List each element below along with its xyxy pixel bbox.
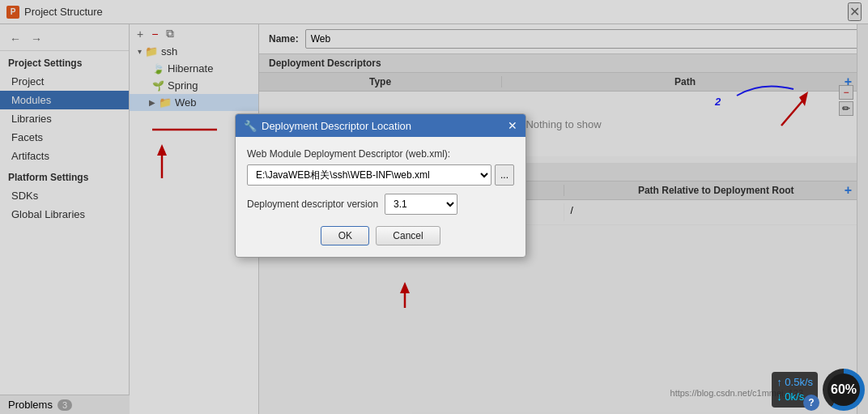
version-row: Deployment descriptor version 3.1 — [247, 194, 514, 215]
hud-cpu: 60% — [823, 369, 865, 411]
download-icon: ↓ — [777, 391, 782, 403]
modal-backdrop: 🔧 Deployment Descriptor Location ✕ Web M… — [0, 0, 868, 414]
deployment-descriptor-modal: 🔧 Deployment Descriptor Location ✕ Web M… — [235, 113, 526, 258]
modal-title-text: Deployment Descriptor Location — [262, 120, 411, 132]
cpu-percent: 60% — [828, 373, 860, 406]
descriptor-path-select[interactable]: E:\JavaWEB相关\ssh\WEB-INF\web.xml — [247, 164, 491, 186]
modal-close-button[interactable]: ✕ — [508, 119, 517, 132]
upload-icon: ↑ — [777, 376, 782, 388]
cpu-circle: 60% — [823, 369, 865, 411]
modal-body: Web Module Deployment Descriptor (web.xm… — [236, 137, 525, 257]
descriptor-path-row: E:\JavaWEB相关\ssh\WEB-INF\web.xml ... — [247, 164, 514, 186]
ok-button[interactable]: OK — [321, 226, 369, 245]
modal-title-left: 🔧 Deployment Descriptor Location — [244, 120, 411, 132]
version-select[interactable]: 3.1 — [385, 194, 457, 215]
cancel-button[interactable]: Cancel — [376, 226, 440, 245]
browse-button[interactable]: ... — [495, 164, 514, 186]
version-label: Deployment descriptor version — [247, 198, 378, 210]
web-module-label: Web Module Deployment Descriptor (web.xm… — [247, 148, 514, 160]
modal-titlebar: 🔧 Deployment Descriptor Location ✕ — [236, 114, 525, 137]
modal-buttons: OK Cancel — [247, 226, 514, 249]
help-button[interactable]: ? — [803, 395, 819, 411]
modal-title-icon: 🔧 — [244, 120, 257, 132]
hud-upload: ↑ 0.5k/s — [777, 375, 813, 390]
